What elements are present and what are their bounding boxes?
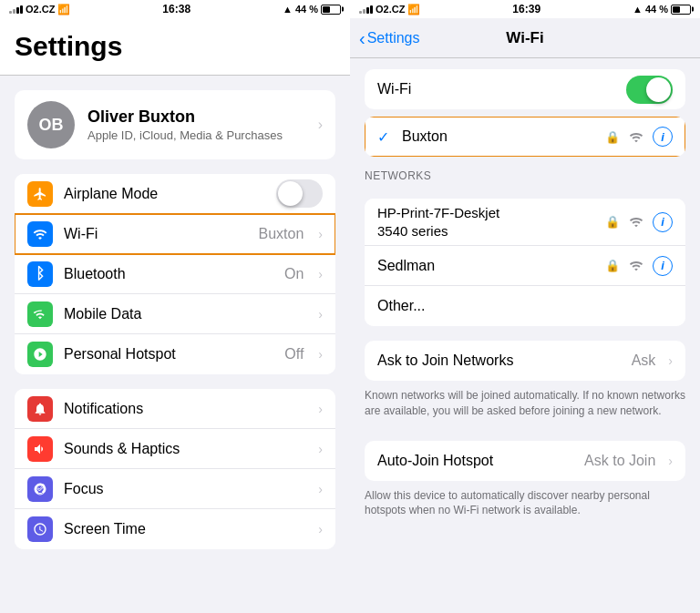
direction-icon: ▲	[283, 4, 293, 15]
bluetooth-label: Bluetooth	[64, 266, 273, 282]
mobiledata-row[interactable]: Mobile Data ›	[15, 294, 335, 334]
hotspot-icon	[27, 342, 53, 367]
wifi-row[interactable]: Wi-Fi Buxton ›	[15, 214, 335, 254]
right-signal-bars	[359, 5, 373, 14]
mobiledata-chevron: ›	[318, 307, 323, 322]
right-nav-bar: ‹ Settings Wi-Fi	[350, 18, 700, 58]
focus-chevron: ›	[318, 482, 323, 496]
ask-join-section: Ask to Join Networks Ask ›	[365, 341, 685, 381]
hotspot-chevron: ›	[318, 347, 323, 362]
profile-info: Oliver Buxton Apple ID, iCloud, Media & …	[88, 107, 305, 142]
sounds-icon	[27, 436, 53, 462]
focus-icon	[27, 476, 53, 502]
wifi-toggle-label: Wi-Fi	[377, 81, 617, 97]
left-content: OB Oliver Buxton Apple ID, iCloud, Media…	[0, 76, 350, 613]
left-status-left: O2.CZ 📶	[9, 4, 70, 15]
sounds-label: Sounds & Haptics	[64, 441, 307, 457]
bluetooth-icon: ᛒ	[27, 261, 53, 287]
network-other-name: Other...	[377, 298, 673, 314]
auto-join-value: Ask to Join	[584, 453, 655, 469]
hotspot-row[interactable]: Personal Hotspot Off ›	[15, 334, 335, 374]
networks-header: NETWORKS	[350, 157, 700, 188]
ask-join-chevron: ›	[668, 353, 673, 368]
focus-label: Focus	[64, 481, 307, 497]
screentime-label: Screen Time	[64, 521, 307, 537]
wifi-content: Wi-Fi ✓ Buxton 🔒 i NETWORKS H	[350, 58, 700, 613]
notifications-icon	[27, 396, 53, 422]
network-sedlman-name: Sedlman	[377, 258, 596, 274]
right-status-right: ▲ 44 %	[633, 4, 691, 15]
ask-join-value: Ask	[632, 352, 656, 369]
auto-join-chevron: ›	[668, 454, 673, 468]
notifications-label: Notifications	[64, 401, 307, 417]
wifi-toggle[interactable]	[626, 76, 673, 104]
hp-info-button[interactable]: i	[653, 212, 673, 232]
right-status-bar: O2.CZ 📶 16:39 ▲ 44 %	[350, 0, 700, 18]
wifi-icon-status: 📶	[57, 4, 70, 15]
network-hp-name: HP-Print-7F-Deskjet 3540 series	[377, 199, 596, 245]
wifi-chevron: ›	[318, 227, 323, 241]
wifi-toggle-section: Wi-Fi	[365, 69, 685, 109]
sounds-row[interactable]: Sounds & Haptics ›	[15, 429, 335, 469]
bluetooth-row[interactable]: ᛒ Bluetooth On ›	[15, 254, 335, 294]
wifi-toggle-row[interactable]: Wi-Fi	[365, 69, 685, 109]
focus-row[interactable]: Focus ›	[15, 469, 335, 509]
right-battery	[671, 5, 691, 15]
wifi-value: Buxton	[259, 226, 304, 242]
ask-join-row[interactable]: Ask to Join Networks Ask ›	[365, 341, 685, 381]
connected-lock-icon: 🔒	[605, 130, 620, 144]
screentime-icon	[27, 516, 53, 542]
wifi-page-title: Wi-Fi	[506, 29, 543, 47]
connected-info-button[interactable]: i	[653, 127, 673, 147]
bluetooth-value: On	[284, 266, 304, 282]
auto-join-row[interactable]: Auto-Join Hotspot Ask to Join ›	[365, 441, 685, 481]
left-status-right: ▲ 44 %	[283, 4, 341, 15]
auto-join-footer: Allow this device to automatically disco…	[350, 481, 700, 530]
mobiledata-label: Mobile Data	[64, 306, 307, 322]
right-status-left: O2.CZ 📶	[359, 4, 420, 15]
connected-network-row[interactable]: ✓ Buxton 🔒 i	[365, 117, 685, 157]
right-time: 16:39	[512, 3, 540, 15]
airplane-label: Airplane Mode	[64, 186, 265, 202]
battery-pct: 44 %	[295, 4, 318, 15]
sounds-chevron: ›	[318, 442, 323, 456]
bluetooth-chevron: ›	[318, 267, 323, 281]
auto-join-section: Auto-Join Hotspot Ask to Join ›	[365, 441, 685, 481]
profile-chevron: ›	[318, 117, 323, 133]
airplane-toggle[interactable]	[276, 179, 323, 208]
right-battery-pct: 44 %	[645, 4, 668, 15]
right-wifi-status: 📶	[407, 4, 420, 15]
left-phone: O2.CZ 📶 16:38 ▲ 44 % Settings OB Oliver …	[0, 0, 350, 613]
ask-join-footer: Known networks will be joined automatica…	[350, 381, 700, 430]
sedlman-info-button[interactable]: i	[653, 256, 673, 276]
hotspot-value: Off	[284, 346, 304, 363]
airplane-icon	[27, 181, 53, 207]
airplane-mode-row[interactable]: Airplane Mode	[15, 174, 335, 214]
auto-join-label: Auto-Join Hotspot	[377, 453, 575, 469]
profile-section[interactable]: OB Oliver Buxton Apple ID, iCloud, Media…	[15, 90, 335, 159]
wifi-label: Wi-Fi	[64, 226, 248, 242]
page-title: Settings	[15, 26, 335, 69]
back-chevron: ‹	[359, 29, 365, 47]
carrier-label: O2.CZ	[26, 4, 55, 15]
notifications-row[interactable]: Notifications ›	[15, 389, 335, 429]
hp-lock-icon: 🔒	[605, 215, 620, 229]
right-carrier: O2.CZ	[376, 4, 405, 15]
connected-wifi-icon	[629, 131, 643, 143]
network-sedlman-row[interactable]: Sedlman 🔒 i	[365, 246, 685, 286]
back-button[interactable]: ‹ Settings	[359, 29, 419, 47]
network-other-row[interactable]: Other...	[365, 286, 685, 326]
right-phone: O2.CZ 📶 16:39 ▲ 44 % ‹ Settings Wi-Fi Wi…	[350, 0, 700, 613]
avatar: OB	[27, 101, 75, 148]
wifi-row-icon	[27, 221, 53, 247]
connected-network-name: Buxton	[402, 128, 596, 145]
network-hp-row[interactable]: HP-Print-7F-Deskjet 3540 series 🔒 i	[365, 199, 685, 246]
settings-group-2: Notifications › Sounds & Haptics › Focus…	[15, 389, 335, 549]
left-status-bar: O2.CZ 📶 16:38 ▲ 44 %	[0, 0, 350, 18]
hp-wifi-icon	[629, 216, 643, 228]
left-time: 16:38	[162, 3, 190, 15]
notifications-chevron: ›	[318, 402, 323, 416]
right-direction-icon: ▲	[633, 4, 643, 15]
profile-subtitle: Apple ID, iCloud, Media & Purchases	[88, 128, 305, 142]
screentime-row[interactable]: Screen Time ›	[15, 509, 335, 549]
